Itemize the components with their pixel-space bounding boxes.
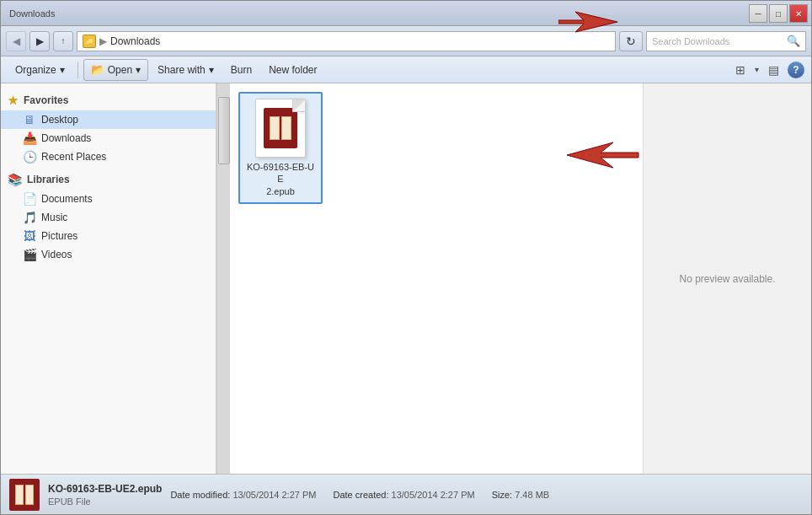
organize-arrow: ▾ bbox=[60, 64, 65, 76]
new-folder-label: New folder bbox=[269, 64, 317, 76]
sidebar-item-downloads[interactable]: 📥 Downloads bbox=[1, 129, 216, 148]
status-file-inner bbox=[13, 481, 36, 508]
libraries-header[interactable]: 📚 Libraries bbox=[1, 169, 216, 190]
window-title: Downloads bbox=[9, 8, 55, 19]
sidebar-item-desktop[interactable]: 🖥 Desktop bbox=[1, 110, 216, 129]
status-meta: Date modified: 13/05/2014 2:27 PM Date c… bbox=[170, 490, 549, 500]
file-content: KO-69163-EB-UE2.epub No preview availabl… bbox=[230, 83, 811, 474]
date-modified-value: 13/05/2014 2:27 PM bbox=[232, 490, 316, 500]
preview-pane: No preview available. bbox=[643, 83, 811, 474]
sidebar-item-pictures-label: Pictures bbox=[41, 230, 77, 242]
window-controls: ─ □ ✕ bbox=[749, 4, 808, 23]
pictures-icon: 🖼 bbox=[23, 229, 36, 243]
up-button[interactable]: ↑ bbox=[53, 31, 73, 51]
favorites-header[interactable]: ★ Favorites bbox=[1, 90, 216, 110]
title-arrow-annotation bbox=[558, 5, 626, 39]
epub-icon bbox=[255, 99, 306, 158]
no-preview-text: No preview available. bbox=[679, 273, 775, 285]
main-area: ★ Favorites 🖥 Desktop 📥 Downloads 🕒 Rece… bbox=[1, 83, 811, 474]
status-page-right bbox=[25, 485, 34, 505]
libraries-label: Libraries bbox=[27, 174, 70, 185]
book-page-left bbox=[270, 116, 280, 140]
date-modified-label: Date modified: bbox=[170, 490, 230, 500]
music-icon: 🎵 bbox=[23, 211, 36, 224]
date-created-label: Date created: bbox=[333, 490, 388, 500]
status-date-modified: Date modified: 13/05/2014 2:27 PM bbox=[170, 490, 316, 500]
desktop-icon: 🖥 bbox=[23, 113, 36, 126]
favorites-label: Favorites bbox=[24, 94, 68, 106]
new-folder-button[interactable]: New folder bbox=[261, 59, 324, 81]
open-button[interactable]: 📂 Open ▾ bbox=[83, 59, 148, 81]
videos-icon: 🎬 bbox=[23, 248, 36, 261]
status-page-left bbox=[15, 485, 24, 505]
svg-marker-1 bbox=[567, 142, 638, 168]
close-button[interactable]: ✕ bbox=[789, 4, 808, 23]
breadcrumb: Downloads bbox=[110, 35, 160, 47]
share-arrow: ▾ bbox=[209, 64, 214, 76]
minimize-button[interactable]: ─ bbox=[749, 4, 767, 23]
book-page-right bbox=[281, 116, 291, 140]
open-arrow: ▾ bbox=[136, 64, 141, 76]
organize-button[interactable]: Organize ▾ bbox=[8, 59, 72, 81]
size-value: 7.48 MB bbox=[515, 490, 549, 500]
folder-icon: 📁 bbox=[83, 35, 96, 48]
breadcrumb-separator: ▶ bbox=[99, 35, 107, 47]
burn-button[interactable]: Burn bbox=[223, 59, 259, 81]
epub-inner-icon bbox=[264, 108, 297, 148]
sidebar-item-music[interactable]: 🎵 Music bbox=[1, 208, 216, 227]
sidebar-item-music-label: Music bbox=[41, 212, 67, 223]
file-item-epub[interactable]: KO-69163-EB-UE2.epub bbox=[238, 92, 323, 204]
sidebar-item-recent-places[interactable]: 🕒 Recent Places bbox=[1, 148, 216, 166]
share-with-button[interactable]: Share with ▾ bbox=[150, 59, 222, 81]
status-file-icon bbox=[9, 479, 40, 511]
explorer-window: Downloads ─ □ ✕ ◀ ▶ ↑ 📁 ▶ Downloads ↻ Se… bbox=[0, 0, 812, 515]
downloads-folder-icon: 📥 bbox=[23, 131, 36, 145]
file-arrow-annotation bbox=[558, 134, 643, 176]
maximize-button[interactable]: □ bbox=[769, 4, 788, 23]
sidebar-item-desktop-label: Desktop bbox=[41, 114, 78, 126]
burn-label: Burn bbox=[231, 64, 252, 76]
title-bar: Downloads ─ □ ✕ bbox=[1, 1, 811, 26]
sidebar-item-videos-label: Videos bbox=[41, 249, 72, 260]
view-arrow[interactable]: ▾ bbox=[755, 65, 759, 74]
sidebar-scrollbar[interactable] bbox=[216, 83, 230, 474]
sidebar-content: ★ Favorites 🖥 Desktop 📥 Downloads 🕒 Rece… bbox=[1, 83, 216, 474]
sidebar-item-recent-label: Recent Places bbox=[41, 151, 106, 163]
status-date-created: Date created: 13/05/2014 2:27 PM bbox=[333, 490, 474, 500]
file-pane[interactable]: KO-69163-EB-UE2.epub bbox=[230, 83, 643, 474]
view-button[interactable]: ⊞ bbox=[729, 59, 751, 81]
sidebar-item-pictures[interactable]: 🖼 Pictures bbox=[1, 227, 216, 245]
sidebar-item-documents-label: Documents bbox=[41, 193, 93, 205]
preview-pane-button[interactable]: ▤ bbox=[762, 59, 784, 81]
sidebar-item-videos[interactable]: 🎬 Videos bbox=[1, 245, 216, 264]
status-info: KO-69163-EB-UE2.epub EPUB File bbox=[48, 483, 162, 507]
search-box[interactable]: Search Downloads 🔍 bbox=[646, 31, 806, 51]
file-name: KO-69163-EB-UE2.epub bbox=[245, 161, 316, 197]
forward-button[interactable]: ▶ bbox=[29, 31, 50, 51]
share-with-label: Share with bbox=[158, 64, 206, 76]
sidebar-item-documents[interactable]: 📄 Documents bbox=[1, 190, 216, 208]
address-bar: ◀ ▶ ↑ 📁 ▶ Downloads ↻ Search Downloads 🔍 bbox=[1, 26, 811, 56]
size-label: Size: bbox=[492, 490, 512, 500]
organize-label: Organize bbox=[15, 64, 56, 76]
toolbar-separator-1 bbox=[77, 62, 78, 78]
toolbar: Organize ▾ 📂 Open ▾ Share with ▾ Burn Ne… bbox=[1, 56, 811, 83]
sidebar: ★ Favorites 🖥 Desktop 📥 Downloads 🕒 Rece… bbox=[1, 83, 216, 474]
recent-places-icon: 🕒 bbox=[23, 150, 36, 164]
help-button[interactable]: ? bbox=[788, 62, 804, 78]
svg-marker-0 bbox=[558, 12, 617, 32]
open-label: Open bbox=[108, 64, 132, 76]
toolbar-right: ⊞ ▾ ▤ ? bbox=[729, 59, 804, 81]
libraries-icon: 📚 bbox=[8, 173, 22, 186]
status-file-name: KO-69163-EB-UE2.epub bbox=[48, 483, 162, 495]
back-button[interactable]: ◀ bbox=[6, 31, 26, 51]
status-bar: KO-69163-EB-UE2.epub EPUB File Date modi… bbox=[1, 474, 811, 514]
documents-icon: 📄 bbox=[23, 192, 36, 206]
open-icon: 📂 bbox=[91, 63, 104, 76]
file-area: KO-69163-EB-UE2.epub No preview availabl… bbox=[230, 83, 811, 474]
search-icon: 🔍 bbox=[787, 35, 800, 47]
sidebar-item-downloads-label: Downloads bbox=[41, 132, 91, 144]
address-path-box[interactable]: 📁 ▶ Downloads bbox=[77, 31, 616, 51]
epub-book-pages bbox=[267, 112, 294, 144]
help-label: ? bbox=[793, 64, 799, 76]
